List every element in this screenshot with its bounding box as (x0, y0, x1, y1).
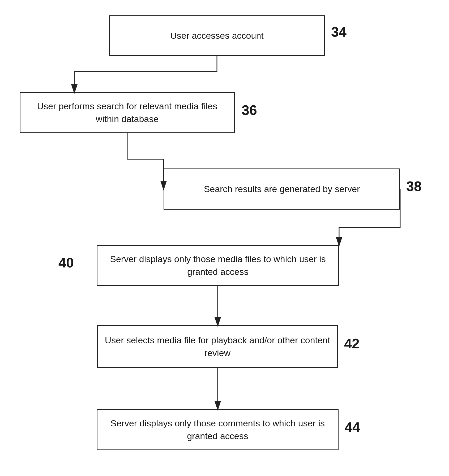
step-36-label: User performs search for relevant media … (26, 100, 229, 125)
step-34-box: User accesses account (109, 15, 325, 56)
step-38-box: Search results are generated by server (164, 168, 400, 210)
step-40-number: 40 (58, 255, 74, 271)
step-34-label: User accesses account (170, 29, 264, 42)
step-40-label: Server displays only those media files t… (103, 253, 333, 278)
step-42-label: User selects media file for playback and… (103, 334, 332, 359)
flowchart-diagram: User accesses account 34 User performs s… (0, 0, 449, 476)
step-42-box: User selects media file for playback and… (97, 325, 338, 368)
step-42-number: 42 (344, 336, 360, 352)
step-44-box: Server displays only those comments to w… (97, 409, 339, 450)
step-40-box: Server displays only those media files t… (97, 245, 339, 286)
flow-connectors (0, 0, 449, 476)
step-44-number: 44 (345, 419, 360, 435)
step-36-box: User performs search for relevant media … (20, 92, 235, 133)
step-44-label: Server displays only those comments to w… (103, 417, 332, 442)
step-36-number: 36 (242, 102, 257, 118)
step-38-number: 38 (406, 178, 422, 194)
step-38-label: Search results are generated by server (204, 183, 360, 196)
step-34-number: 34 (331, 24, 347, 40)
